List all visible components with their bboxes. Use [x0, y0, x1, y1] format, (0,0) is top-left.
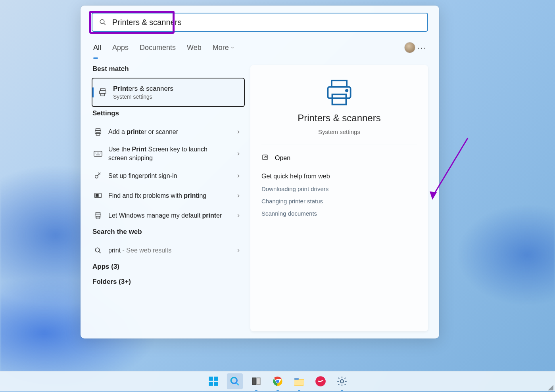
svg-line-21 — [99, 251, 101, 253]
search-bar[interactable] — [92, 13, 428, 32]
keyboard-icon — [93, 149, 103, 159]
avatar[interactable] — [404, 42, 415, 53]
search-input[interactable] — [112, 18, 422, 27]
tab-web[interactable]: Web — [181, 39, 207, 56]
file-explorer-icon[interactable] — [291, 373, 307, 390]
detail-subtitle: System settings — [318, 128, 360, 135]
taskbar — [0, 371, 555, 391]
annotation-arrow — [432, 138, 468, 196]
annotation-arrow-head — [429, 191, 437, 200]
chevron-right-icon — [234, 171, 243, 181]
svg-rect-30 — [214, 382, 218, 386]
open-icon — [261, 154, 269, 163]
setting-add-printer[interactable]: Add a printer or scanner — [92, 122, 245, 142]
setting-troubleshoot-printing[interactable]: Find and fix problems with printing — [92, 186, 245, 206]
svg-rect-17 — [96, 212, 100, 214]
results-column: Best match Printers & scanners System se… — [92, 65, 245, 331]
more-options-icon[interactable]: ··· — [415, 43, 428, 52]
printer-icon — [93, 127, 103, 137]
divider — [261, 145, 417, 145]
svg-rect-29 — [209, 382, 213, 386]
svg-rect-4 — [101, 93, 105, 96]
help-link-drivers[interactable]: Downloading print drivers — [261, 185, 417, 192]
svg-rect-33 — [252, 378, 256, 384]
help-header: Get quick help from web — [261, 173, 417, 180]
svg-rect-27 — [209, 377, 213, 381]
task-view-button[interactable] — [248, 373, 265, 390]
section-folders[interactable]: Folders (3+) — [92, 278, 245, 286]
svg-rect-34 — [257, 378, 260, 384]
search-icon — [98, 17, 108, 27]
section-best-match: Best match — [92, 65, 245, 73]
search-panel: All Apps Documents Web More ··· Best mat… — [81, 6, 439, 338]
svg-point-31 — [231, 377, 237, 383]
best-match-title: Printers & scanners — [113, 85, 173, 93]
chevron-right-icon — [234, 127, 243, 137]
tab-apps[interactable]: Apps — [107, 39, 134, 56]
detail-title: Printers & scanners — [298, 113, 380, 124]
svg-rect-39 — [294, 378, 299, 380]
open-action[interactable]: Open — [261, 152, 417, 164]
svg-rect-23 — [328, 87, 350, 98]
svg-rect-7 — [96, 133, 100, 135]
tab-more[interactable]: More — [207, 39, 240, 56]
setting-print-screen-key[interactable]: Use the Print Screen key to launch scree… — [92, 142, 245, 166]
search-icon — [93, 246, 103, 255]
svg-rect-22 — [332, 80, 347, 87]
chevron-down-icon — [230, 45, 235, 50]
setting-fingerprint[interactable]: Set up fingerprint sign-in — [92, 166, 245, 186]
web-search-item[interactable]: print - See web results — [92, 241, 245, 260]
svg-rect-19 — [96, 216, 100, 219]
chevron-right-icon — [234, 246, 243, 255]
printer-icon — [93, 211, 103, 220]
troubleshoot-icon — [93, 191, 103, 201]
svg-point-14 — [95, 175, 98, 178]
chevron-right-icon — [234, 211, 243, 220]
chevron-right-icon — [234, 191, 243, 201]
printer-icon — [324, 79, 355, 109]
setting-default-printer[interactable]: Let Windows manage my default printer — [92, 206, 245, 226]
help-link-scanning[interactable]: Scanning documents — [261, 210, 417, 217]
resize-handle-icon — [548, 385, 553, 390]
key-icon — [93, 171, 103, 181]
svg-point-25 — [346, 90, 348, 91]
chrome-icon[interactable] — [269, 373, 286, 390]
svg-rect-28 — [214, 377, 218, 381]
svg-point-0 — [100, 19, 104, 24]
svg-rect-16 — [96, 194, 98, 197]
svg-rect-24 — [332, 94, 346, 104]
tab-documents[interactable]: Documents — [134, 39, 181, 56]
chevron-right-icon — [234, 149, 243, 159]
svg-rect-38 — [294, 380, 304, 385]
start-button[interactable] — [205, 373, 222, 390]
svg-point-41 — [340, 380, 343, 383]
section-apps[interactable]: Apps (3) — [92, 263, 245, 271]
svg-line-32 — [236, 383, 238, 385]
app-icon[interactable] — [312, 373, 329, 390]
svg-rect-8 — [94, 151, 102, 157]
svg-line-1 — [104, 23, 106, 25]
section-settings: Settings — [92, 109, 245, 117]
taskbar-search-button[interactable] — [227, 373, 243, 390]
detail-pane: Printers & scanners System settings Open… — [250, 65, 428, 331]
help-link-status[interactable]: Changing printer status — [261, 198, 417, 205]
printer-icon — [98, 88, 108, 97]
svg-point-20 — [95, 248, 100, 252]
tab-all[interactable]: All — [92, 39, 107, 56]
settings-icon[interactable] — [334, 373, 350, 390]
best-match-item[interactable]: Printers & scanners System settings — [92, 78, 245, 107]
best-match-subtitle: System settings — [113, 94, 173, 100]
section-search-web: Search the web — [92, 228, 245, 236]
filter-tabs: All Apps Documents Web More ··· — [92, 39, 428, 56]
